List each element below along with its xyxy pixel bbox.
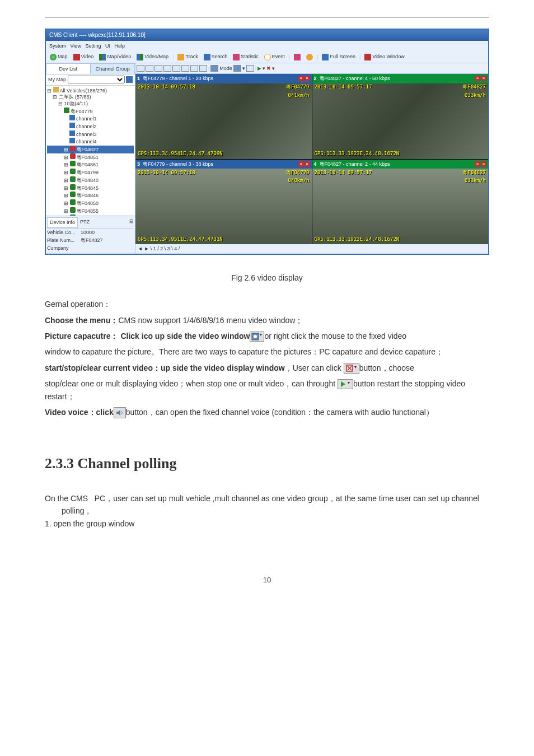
stop-button-icon — [344, 363, 359, 374]
collapse-icon[interactable]: ⊟ — [129, 217, 134, 227]
cell-close2-icon[interactable]: × — [481, 76, 486, 81]
main-toolbar: Map Video Map/Video Video/Map | Track Se… — [46, 51, 488, 63]
channel-icon — [69, 123, 75, 128]
tab-channel-group[interactable]: Channel Group — [91, 63, 135, 74]
gps-overlay: GPS:113.33.1923E,24.48.1672N — [315, 150, 400, 157]
track-icon — [177, 54, 184, 60]
fullscreen-icon — [322, 54, 329, 60]
tab-dev-list[interactable]: Dev List — [46, 63, 91, 74]
tab-device-info[interactable]: Device Info — [47, 217, 78, 227]
tool-print[interactable] — [292, 53, 302, 61]
menu-help[interactable]: Help — [114, 43, 125, 49]
tool-settings[interactable] — [305, 53, 315, 61]
close-icon[interactable]: ✖ — [266, 64, 271, 72]
mymap-row: My Map — [46, 74, 135, 85]
event-icon — [264, 54, 271, 60]
video-cell-3[interactable]: 3 粤F04779 - channel 3 - 38 kbps×× 2013-1… — [135, 160, 312, 245]
timestamp-overlay: 2013-10-14 09:57:17 — [315, 169, 372, 176]
gps-overlay: GPS:113.34.9511E,24.47.4731N — [138, 235, 223, 243]
startstop-line2: stop/clear one or mult displaying video；… — [45, 377, 489, 403]
channel-icon — [69, 115, 75, 120]
tool-statistic[interactable]: Statistic — [231, 52, 260, 61]
mode-label: Mode — [219, 64, 232, 72]
choose-menu-line: Choose the menu：CMS now support 1/4/6/8/… — [45, 314, 489, 326]
cell-close-icon[interactable]: × — [475, 161, 480, 167]
layout-16-icon[interactable] — [181, 65, 189, 72]
timestamp-overlay: 2013-10-14 09:57:18 — [138, 83, 195, 91]
mymap-select[interactable] — [68, 76, 125, 83]
tool-event[interactable]: Event — [263, 52, 287, 61]
cell-close-icon[interactable]: × — [298, 161, 304, 167]
tool-fullscreen[interactable]: Full Screen — [320, 52, 357, 61]
page-tabs[interactable]: ◄ ► \ 1 / 2 \ 3 \ 4 / — [135, 244, 488, 253]
device-tree[interactable]: ⊟ All Vehicles(188/276) ⊟ 二车队 (57/86) ⊟ … — [46, 86, 135, 216]
video-cell-4[interactable]: 4 粤F04827 - channel 2 - 44 kbps×× 2013-1… — [312, 160, 489, 245]
mode-dropdown-icon[interactable] — [233, 65, 241, 72]
window-titlebar: CMS Client ---- wkpcxc[112.91.106.10] — [46, 30, 488, 41]
plate-overlay: 粤F04779041km/h — [286, 83, 310, 99]
sidebar: Dev List Channel Group My Map ⊟ All Vehi… — [46, 63, 135, 254]
speaker-button-icon — [114, 407, 126, 418]
layout-6-icon[interactable] — [154, 65, 162, 72]
vehicle-icon — [70, 192, 76, 197]
picture-capture-line: Picture capacutre： Click ico up side the… — [45, 330, 489, 342]
capture-button-icon — [250, 332, 264, 342]
vehicle-icon — [70, 146, 76, 151]
menubar[interactable]: System View Setting UI Help — [46, 41, 488, 51]
layout-4-icon[interactable] — [146, 65, 153, 72]
tool-mapvideo[interactable]: Map/Video — [97, 52, 133, 61]
svg-point-1 — [254, 335, 257, 338]
polling-para1: On the CMS PC，user can set up mult vehic… — [45, 492, 489, 517]
layout-b-icon[interactable] — [199, 65, 207, 72]
tool-video[interactable]: Video — [72, 52, 96, 61]
startstop-line: start/stop/clear current video：up side t… — [45, 362, 489, 374]
menu-system[interactable]: System — [49, 43, 66, 49]
tool-videomap[interactable]: Video/Map — [135, 52, 170, 61]
layout-8-icon[interactable] — [163, 65, 171, 72]
layout-1-icon[interactable] — [137, 65, 144, 72]
menu-view[interactable]: View — [71, 43, 81, 49]
channel-icon — [69, 138, 75, 143]
vehicle-icon — [70, 184, 76, 190]
menu-ui[interactable]: UI — [105, 43, 110, 49]
vehicle-icon — [70, 199, 76, 205]
mapvideo-icon — [99, 54, 106, 60]
timestamp-overlay: 2013-10-14 09:57:17 — [315, 83, 372, 91]
video-cell-2[interactable]: 2 粤F04827 - channel 4 - 50 kbps×× 2013-1… — [312, 74, 489, 159]
layout-a-icon[interactable] — [190, 65, 198, 72]
gear-icon — [306, 54, 313, 60]
tool-map[interactable]: Map — [48, 52, 69, 61]
video-main-area: | Mode ▾ | ▶ ▾ ✖ ▾ 1 粤F04779 - channel 1… — [135, 63, 488, 254]
cell-close-icon[interactable]: × — [298, 76, 304, 81]
cell-close2-icon[interactable]: × — [481, 161, 486, 167]
capture-icon[interactable] — [210, 65, 218, 72]
cell-close2-icon[interactable]: × — [305, 161, 310, 167]
play-icon[interactable]: ▶ — [257, 64, 261, 72]
video-voice-line: Video voice：clickbutton，can open the fix… — [45, 406, 489, 418]
polling-step1: 1. open the group window — [45, 517, 489, 530]
video-cell-1[interactable]: 1 粤F04779 - channel 1 - 20 kbps×× 2013-1… — [135, 74, 312, 159]
menu-setting[interactable]: Setting — [85, 43, 101, 49]
video-toolbar: | Mode ▾ | ▶ ▾ ✖ ▾ — [135, 63, 488, 74]
gps-overlay: GPS:113.34.9541E,24.47.4709N — [138, 150, 223, 157]
tool-track[interactable]: Track — [176, 52, 199, 61]
print-icon — [294, 54, 301, 60]
figure-caption: Fig 2.6 video display — [45, 272, 489, 284]
sound-icon[interactable] — [246, 65, 254, 72]
gernal-heading: Gernal operation： — [45, 298, 489, 310]
search-icon — [204, 54, 210, 60]
vehicle-icon — [70, 169, 76, 174]
tab-ptz[interactable]: PTZ — [78, 217, 92, 227]
picture-capture-line2: window to capature the picture。There are… — [45, 346, 489, 358]
plate-overlay: 粤F04779040km/h — [286, 169, 310, 185]
cell-close-icon[interactable]: × — [475, 76, 480, 81]
tool-videowindow[interactable]: Video Window — [363, 52, 406, 61]
plate-overlay: 粤F04827033km/h — [462, 83, 486, 99]
layout-9-icon[interactable] — [172, 65, 180, 72]
search-small-icon[interactable] — [126, 76, 133, 83]
section-heading: 2.3.3 Channel polling — [45, 452, 489, 475]
device-info-panel: Device Info PTZ ⊟ Vehicle Co...10000 Pla… — [46, 216, 135, 254]
vehicle-icon — [70, 153, 76, 159]
tool-search[interactable]: Search — [202, 52, 229, 61]
cell-close2-icon[interactable]: × — [305, 76, 310, 81]
